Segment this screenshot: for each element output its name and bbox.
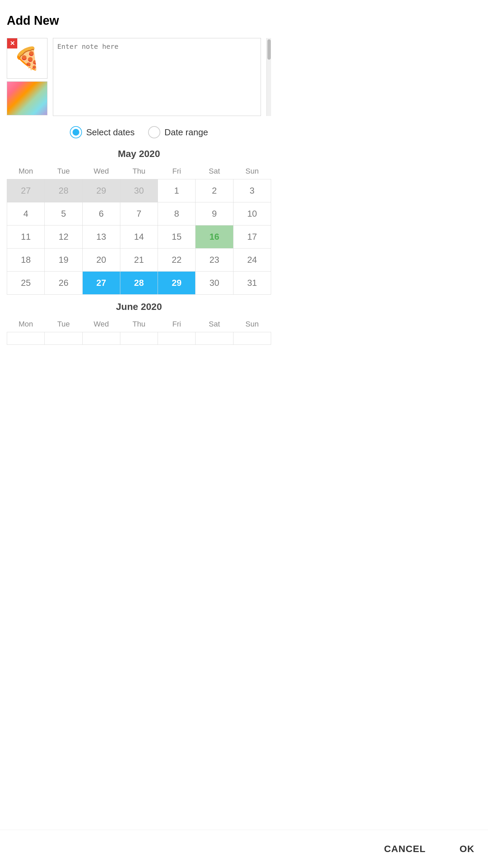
radio-select-dates[interactable]: Select dates — [70, 126, 135, 138]
table-row[interactable]: 8 — [158, 202, 196, 225]
table-row[interactable]: 14 — [120, 225, 158, 249]
table-row[interactable]: 15 — [158, 225, 196, 249]
image-panel[interactable]: ✕ 🍕 — [7, 38, 47, 79]
radio-date-range[interactable]: Date range — [148, 126, 208, 138]
table-row[interactable]: 28 — [45, 179, 82, 202]
table-row[interactable]: 1 — [158, 179, 196, 202]
radio-circle-date-range[interactable] — [148, 126, 160, 138]
scrollbar-track[interactable] — [266, 38, 271, 116]
table-row[interactable] — [7, 332, 45, 345]
table-row[interactable]: 27 — [7, 179, 45, 202]
table-row[interactable]: 2 — [196, 179, 233, 202]
may-week-row-1: 27282930123 — [7, 179, 271, 202]
weekday-sun: Sun — [233, 163, 271, 179]
pizza-icon: 🍕 — [14, 46, 41, 71]
table-row[interactable]: 28 — [120, 272, 158, 295]
may-2020-title: May 2020 — [7, 149, 271, 159]
scrollbar-thumb[interactable] — [267, 39, 271, 60]
radio-label-date-range: Date range — [164, 127, 208, 138]
weekday-tue: Tue — [45, 163, 82, 179]
weekday-sat: Sat — [196, 316, 233, 332]
weekday-tue: Tue — [45, 316, 82, 332]
table-row[interactable]: 5 — [45, 202, 82, 225]
june-2020-title: June 2020 — [7, 301, 271, 312]
june-weekday-row: Mon Tue Wed Thu Fri Sat Sun — [7, 316, 271, 332]
may-week-row-2: 45678910 — [7, 202, 271, 225]
table-row[interactable]: 21 — [120, 249, 158, 272]
top-section: ✕ 🍕 — [7, 38, 271, 116]
table-row[interactable]: 30 — [120, 179, 158, 202]
calendar-may-2020: May 2020 Mon Tue Wed Thu Fri Sat Sun 272… — [7, 149, 271, 295]
table-row[interactable]: 17 — [233, 225, 271, 249]
table-row[interactable]: 22 — [158, 249, 196, 272]
page-title: Add New — [7, 14, 271, 28]
weekday-mon: Mon — [7, 163, 45, 179]
weekday-thu: Thu — [120, 163, 158, 179]
june-2020-grid: Mon Tue Wed Thu Fri Sat Sun — [7, 316, 271, 345]
weekday-sat: Sat — [196, 163, 233, 179]
color-panel[interactable] — [7, 81, 47, 115]
table-row[interactable]: 19 — [45, 249, 82, 272]
weekday-sun: Sun — [233, 316, 271, 332]
left-panels: ✕ 🍕 — [7, 38, 47, 115]
table-row[interactable]: 26 — [45, 272, 82, 295]
may-week-row-5: 25262728293031 — [7, 272, 271, 295]
table-row[interactable]: 7 — [120, 202, 158, 225]
radio-section: Select dates Date range — [7, 126, 271, 138]
table-row[interactable]: 6 — [82, 202, 120, 225]
table-row[interactable]: 23 — [196, 249, 233, 272]
radio-circle-select-dates[interactable] — [70, 126, 82, 138]
table-row[interactable]: 10 — [233, 202, 271, 225]
may-2020-grid: Mon Tue Wed Thu Fri Sat Sun 272829301234… — [7, 163, 271, 295]
may-weekday-row: Mon Tue Wed Thu Fri Sat Sun — [7, 163, 271, 179]
table-row[interactable]: 27 — [82, 272, 120, 295]
table-row[interactable] — [196, 332, 233, 345]
table-row[interactable]: 31 — [233, 272, 271, 295]
may-week-row-4: 18192021222324 — [7, 249, 271, 272]
table-row[interactable] — [120, 332, 158, 345]
table-row[interactable]: 4 — [7, 202, 45, 225]
table-row[interactable]: 20 — [82, 249, 120, 272]
table-row[interactable]: 18 — [7, 249, 45, 272]
june-week-row-1 — [7, 332, 271, 345]
table-row[interactable]: 3 — [233, 179, 271, 202]
weekday-mon: Mon — [7, 316, 45, 332]
may-week-row-3: 11121314151617 — [7, 225, 271, 249]
table-row[interactable]: 25 — [7, 272, 45, 295]
close-badge[interactable]: ✕ — [7, 38, 17, 48]
weekday-fri: Fri — [158, 316, 196, 332]
table-row[interactable] — [45, 332, 82, 345]
table-row[interactable]: 13 — [82, 225, 120, 249]
table-row[interactable]: 24 — [233, 249, 271, 272]
table-row[interactable]: 16 — [196, 225, 233, 249]
table-row[interactable]: 9 — [196, 202, 233, 225]
table-row[interactable]: 29 — [82, 179, 120, 202]
table-row[interactable]: 29 — [158, 272, 196, 295]
weekday-wed: Wed — [82, 163, 120, 179]
note-input[interactable] — [53, 38, 261, 116]
table-row[interactable] — [82, 332, 120, 345]
weekday-thu: Thu — [120, 316, 158, 332]
table-row[interactable] — [233, 332, 271, 345]
weekday-fri: Fri — [158, 163, 196, 179]
table-row[interactable]: 11 — [7, 225, 45, 249]
table-row[interactable]: 12 — [45, 225, 82, 249]
table-row[interactable] — [158, 332, 196, 345]
calendar-june-2020: June 2020 Mon Tue Wed Thu Fri Sat Sun — [7, 301, 271, 345]
radio-label-select-dates: Select dates — [86, 127, 135, 138]
table-row[interactable]: 30 — [196, 272, 233, 295]
weekday-wed: Wed — [82, 316, 120, 332]
